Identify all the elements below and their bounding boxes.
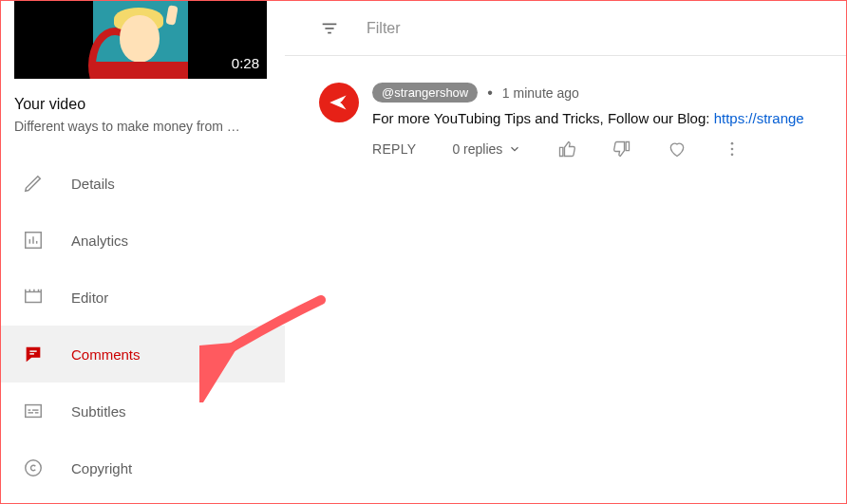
comment-body: @strangershow • 1 minute ago For more Yo… [372,83,846,159]
sidebar-item-details[interactable]: Details [1,155,285,212]
sidebar: 0:28 Your video Different ways to make m… [1,1,285,503]
sidebar-item-copyright[interactable]: Copyright [1,439,285,496]
svg-rect-11 [29,353,34,355]
video-thumbnail-area: 0:28 [1,1,285,79]
analytics-icon [22,229,45,252]
filter-bar: Filter [285,1,846,56]
filter-label[interactable]: Filter [367,20,401,37]
replies-count-label: 0 replies [452,141,502,157]
svg-rect-10 [29,350,36,352]
author-handle-pill[interactable]: @strangershow [372,83,478,103]
sidebar-item-label: Subtitles [71,403,126,420]
comment-row: @strangershow • 1 minute ago For more Yo… [285,56,846,159]
sidebar-nav: Details Analytics Editor Comments [1,155,285,496]
svg-point-23 [731,154,734,157]
comment-avatar[interactable] [319,83,359,122]
app-frame: 0:28 Your video Different ways to make m… [0,0,847,504]
editor-icon [22,286,45,308]
video-meta: Your video Different ways to make money … [1,79,285,141]
sidebar-item-analytics[interactable]: Analytics [1,212,285,269]
sidebar-item-editor[interactable]: Editor [1,269,285,326]
comment-header: @strangershow • 1 minute ago [372,83,846,103]
more-icon[interactable] [723,140,742,159]
subtitles-icon [22,400,45,422]
comment-link[interactable]: https://strange [714,110,804,126]
sidebar-item-comments[interactable]: Comments [1,326,285,383]
sidebar-heading: Your video [14,96,272,113]
sidebar-item-label: Editor [71,289,108,306]
main-panel: Filter @strangershow • 1 minute ago For … [285,1,846,503]
svg-point-17 [26,460,42,476]
thumbs-up-icon[interactable] [557,140,576,159]
separator-dot: • [487,84,493,102]
sidebar-item-subtitles[interactable]: Subtitles [1,383,285,439]
video-thumbnail[interactable]: 0:28 [14,1,267,79]
sidebar-item-label: Analytics [71,233,128,249]
replies-toggle[interactable]: 0 replies [452,141,521,157]
reply-button[interactable]: REPLY [372,141,416,157]
heart-icon[interactable] [668,140,687,159]
copyright-icon [22,457,45,479]
comment-text: For more YouTubing Tips and Tricks, Foll… [372,110,846,126]
svg-point-22 [731,148,734,151]
chevron-down-icon [508,142,521,156]
comment-time: 1 minute ago [502,85,579,101]
pencil-icon [22,172,45,195]
svg-rect-4 [26,292,42,303]
sidebar-item-label: Comments [71,346,141,363]
comments-icon [22,343,45,365]
comment-actions: REPLY 0 replies [372,140,846,159]
filter-icon[interactable] [319,18,340,39]
sidebar-item-label: Details [71,176,115,192]
comment-text-content: For more YouTubing Tips and Tricks, Foll… [372,110,714,126]
svg-rect-12 [26,405,42,418]
svg-point-21 [731,142,734,145]
video-title: Different ways to make money from … [14,119,272,134]
sidebar-item-label: Copyright [71,460,132,476]
thumbs-down-icon[interactable] [612,140,631,159]
video-duration: 0:28 [232,55,259,71]
